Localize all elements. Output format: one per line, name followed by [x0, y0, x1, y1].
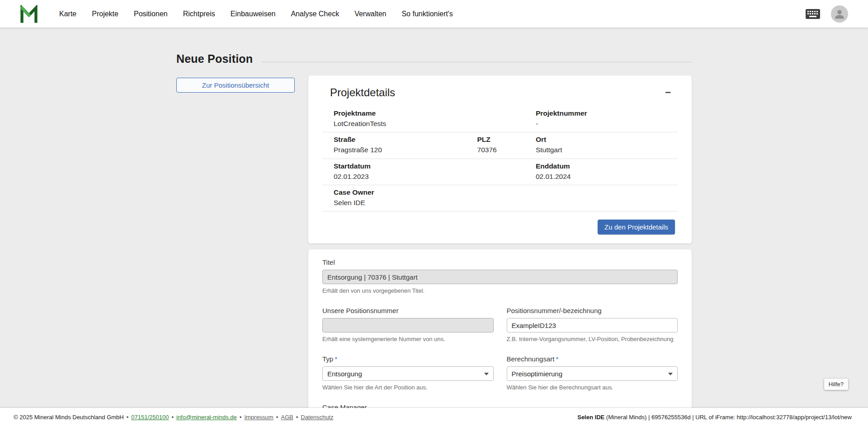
- enddatum-label: Enddatum: [536, 162, 674, 171]
- separator: •: [296, 414, 298, 421]
- typ-helper: Wählen Sie hier die Art der Position aus…: [322, 384, 494, 391]
- typ-select[interactable]: Entsorgung: [322, 366, 494, 381]
- person-icon: [833, 8, 846, 20]
- titel-label: Titel: [322, 258, 678, 266]
- unsere-positionsnummer-group: Unsere Positionsnummer Erhält eine syste…: [322, 307, 494, 342]
- table-row: Case Owner Selen IDE: [323, 185, 677, 211]
- projektnummer-cell: Projektnummer -: [525, 106, 677, 132]
- enddatum-cell: Enddatum 02.01.2024: [525, 159, 677, 185]
- projektname-value: LotCreationTests: [334, 119, 521, 128]
- unsere-positionsnummer-helper: Erhält eine systemgenerierte Nummer von …: [322, 336, 494, 342]
- required-asterisk: *: [556, 355, 558, 363]
- keyboard-icon[interactable]: [806, 9, 820, 19]
- plz-label: PLZ: [477, 135, 521, 144]
- back-to-positions-button[interactable]: Zur Positionsübersicht: [176, 78, 295, 93]
- position-form-card: Titel Erhält den von uns vorgegebenen Ti…: [308, 249, 692, 426]
- nav-verwalten[interactable]: Verwalten: [347, 0, 394, 28]
- positionsnummer-group: Positionsnummer/-bezeichnung Z.B. Intern…: [507, 307, 678, 342]
- required-asterisk: *: [335, 355, 337, 363]
- separator: •: [171, 414, 174, 421]
- top-navbar: Karte Projekte Positionen Richtpreis Ein…: [0, 0, 868, 28]
- separator: •: [276, 414, 278, 421]
- project-details-link-button[interactable]: Zu den Projektdetails: [598, 220, 675, 234]
- titel-group: Titel Erhält den von uns vorgegebenen Ti…: [322, 258, 678, 294]
- nav-so-funktionierts[interactable]: So funktioniert's: [394, 0, 460, 28]
- table-row: Startdatum 02.01.2023 Enddatum 02.01.202…: [323, 159, 677, 185]
- berechnungsart-label: Berechnungsart*: [507, 355, 678, 363]
- enddatum-value: 02.01.2024: [536, 172, 674, 181]
- unsere-positionsnummer-input: [322, 318, 494, 332]
- ort-label: Ort: [536, 135, 674, 144]
- startdatum-value: 02.01.2023: [334, 172, 521, 181]
- right-column: Projektdetails − Projektname LotCreation…: [308, 75, 692, 426]
- positionsnummer-input[interactable]: [507, 318, 678, 332]
- typ-group: Typ* Entsorgung Wählen Sie hier die Art …: [322, 355, 494, 391]
- projektnummer-value: -: [536, 119, 674, 128]
- ort-value: Stuttgart: [536, 145, 674, 154]
- project-details-title: Projektdetails: [330, 86, 395, 99]
- projektname-label: Projektname: [334, 109, 521, 118]
- footer: © 2025 Mineral Minds Deutschland GmbH • …: [0, 408, 868, 426]
- main-content: Neue Position Zur Positionsübersicht Pro…: [0, 28, 868, 426]
- nav-projekte[interactable]: Projekte: [84, 0, 126, 28]
- unsere-positionsnummer-label: Unsere Positionsnummer: [322, 307, 494, 314]
- chevron-down-icon: [484, 373, 489, 375]
- impressum-link[interactable]: Impressum: [244, 414, 273, 421]
- title-divider: [262, 62, 692, 62]
- nav-einbauweisen[interactable]: Einbauweisen: [223, 0, 283, 28]
- footer-left: © 2025 Mineral Minds Deutschland GmbH • …: [14, 414, 334, 421]
- page-title: Neue Position: [176, 52, 253, 66]
- berechnungsart-select[interactable]: Preisoptimierung: [507, 366, 678, 381]
- agb-link[interactable]: AGB: [281, 414, 293, 421]
- email-link[interactable]: info@mineral-minds.de: [176, 414, 237, 421]
- main-navigation: Karte Projekte Positionen Richtpreis Ein…: [52, 0, 461, 28]
- titel-input: [322, 270, 678, 284]
- project-details-table: Projektname LotCreationTests Projektnumm…: [323, 106, 677, 211]
- projektnummer-label: Projektnummer: [536, 109, 674, 118]
- project-details-card: Projektdetails − Projektname LotCreation…: [308, 75, 692, 243]
- titel-helper: Erhält den von uns vorgegebenen Titel.: [322, 287, 678, 294]
- page-header: Neue Position: [176, 28, 692, 66]
- positionsnummer-label: Positionsnummer/-bezeichnung: [507, 307, 678, 314]
- case-owner-label: Case Owner: [334, 188, 674, 197]
- collapse-button[interactable]: −: [661, 87, 675, 98]
- help-button[interactable]: Hilfe?: [824, 379, 848, 390]
- session-meta: (Mineral Minds) | 69576255536d | URL of …: [604, 414, 852, 421]
- navbar-right: [806, 5, 848, 23]
- session-info: Selen IDE (Mineral Minds) | 69576255536d…: [577, 414, 852, 421]
- startdatum-label: Startdatum: [334, 162, 521, 171]
- case-owner-cell: Case Owner Selen IDE: [323, 185, 677, 211]
- copyright-text: © 2025 Mineral Minds Deutschland GmbH: [14, 414, 124, 421]
- startdatum-cell: Startdatum 02.01.2023: [323, 159, 525, 185]
- berechnungsart-helper: Wählen Sie hier die Berechnungsart aus.: [507, 384, 678, 391]
- case-owner-value: Selen IDE: [334, 198, 674, 207]
- typ-label: Typ*: [322, 355, 494, 363]
- user-avatar[interactable]: [831, 5, 848, 23]
- strasse-cell: Straße Pragstraße 120: [323, 132, 467, 158]
- datenschutz-link[interactable]: Datenschutz: [301, 414, 333, 421]
- mineral-minds-logo-icon: [20, 5, 38, 23]
- session-user: Selen IDE: [577, 414, 604, 421]
- berechnungsart-select-value: Preisoptimierung: [512, 370, 563, 378]
- brand-logo[interactable]: [20, 5, 38, 23]
- separator: •: [240, 414, 242, 421]
- projektname-cell: Projektname LotCreationTests: [323, 106, 525, 132]
- strasse-label: Straße: [334, 135, 463, 144]
- plz-value: 70376: [477, 145, 521, 154]
- typ-select-value: Entsorgung: [327, 370, 362, 378]
- nav-positionen[interactable]: Positionen: [126, 0, 175, 28]
- nav-karte[interactable]: Karte: [52, 0, 84, 28]
- nav-analyse-check[interactable]: Analyse Check: [283, 0, 347, 28]
- positionsnummer-helper: Z.B. Interne-Vorgangsnummer, LV-Position…: [507, 336, 678, 342]
- phone-link[interactable]: 07151/250100: [131, 414, 169, 421]
- ort-cell: Ort Stuttgart: [525, 132, 677, 158]
- strasse-value: Pragstraße 120: [334, 145, 463, 154]
- separator: •: [127, 414, 129, 421]
- table-row: Straße Pragstraße 120 PLZ 70376 Ort Stut…: [323, 132, 677, 159]
- berechnungsart-group: Berechnungsart* Preisoptimierung Wählen …: [507, 355, 678, 391]
- chevron-down-icon: [668, 373, 673, 375]
- left-column: Zur Positionsübersicht: [176, 75, 295, 93]
- plz-cell: PLZ 70376: [467, 132, 525, 158]
- table-row: Projektname LotCreationTests Projektnumm…: [323, 106, 677, 132]
- nav-richtpreis[interactable]: Richtpreis: [175, 0, 223, 28]
